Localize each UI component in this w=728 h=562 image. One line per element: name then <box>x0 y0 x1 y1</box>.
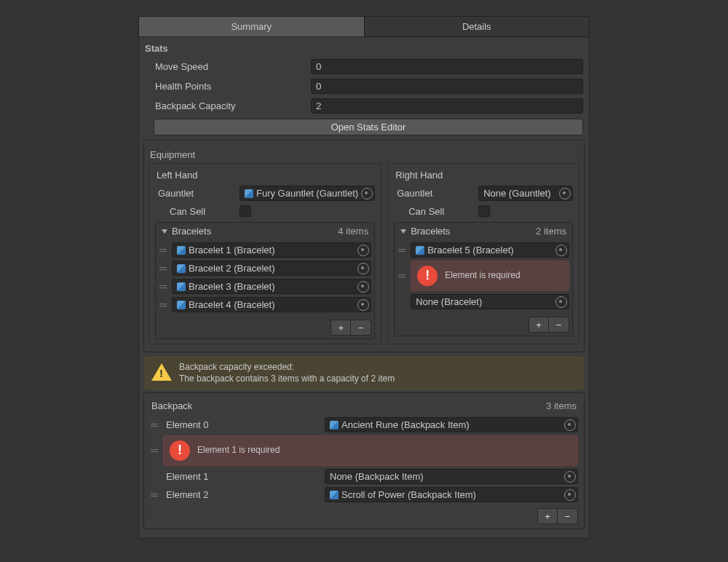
list-item[interactable]: None (Bracelet) <box>397 293 569 311</box>
inspector-panel: Stats Move Speed Health Points Backpack … <box>138 37 590 539</box>
add-button[interactable]: + <box>331 320 351 336</box>
object-picker-icon[interactable] <box>555 245 567 256</box>
left-cansell-label: Can Sell <box>155 206 240 217</box>
move-speed-input[interactable] <box>311 59 583 74</box>
bracelet-value: Bracelet 3 (Bracelet) <box>189 281 275 292</box>
tab-summary[interactable]: Summary <box>139 17 365 36</box>
backpack-count: 3 items <box>546 400 577 411</box>
element2-value: Scroll of Power (Backpack Item) <box>341 489 476 500</box>
bracelet-field[interactable]: None (Bracelet) <box>411 294 569 309</box>
element1-label: Element 1 <box>163 471 320 482</box>
tab-details[interactable]: Details <box>365 17 590 36</box>
warning-message: Backpack capacity exceeded: The backpack… <box>145 357 583 389</box>
right-cansell-checkbox[interactable] <box>478 205 490 217</box>
backpack-panel: Backpack 3 items Element 0 Ancient Rune … <box>143 392 585 529</box>
object-picker-icon[interactable] <box>555 296 567 308</box>
move-speed-label: Move Speed <box>145 61 311 72</box>
right-bracelets-header[interactable]: Bracelets 2 items <box>395 223 572 240</box>
element2-label: Element 2 <box>163 489 320 500</box>
bracelet-value: None (Bracelet) <box>416 296 482 307</box>
left-gauntlet-label: Gauntlet <box>155 188 240 199</box>
warning-icon <box>151 363 172 381</box>
bracelet-value: Bracelet 4 (Bracelet) <box>189 299 275 310</box>
drag-handle-icon[interactable] <box>150 449 159 452</box>
drag-handle-icon[interactable] <box>159 249 167 252</box>
list-item[interactable]: Bracelet 5 (Bracelet) <box>397 241 569 259</box>
backpack-capacity-input[interactable] <box>311 98 583 114</box>
prefab-icon <box>245 189 253 198</box>
object-picker-icon[interactable] <box>564 489 576 501</box>
health-points-input[interactable] <box>311 79 583 94</box>
drag-handle-icon[interactable] <box>150 494 159 496</box>
bracelet-field[interactable]: Bracelet 1 (Bracelet) <box>172 242 371 258</box>
element0-field[interactable]: Ancient Rune (Backpack Item) <box>325 417 578 432</box>
list-item: Element is required <box>397 259 569 293</box>
drag-handle-icon[interactable] <box>150 424 159 427</box>
right-bracelets-count: 2 items <box>536 226 566 237</box>
add-button[interactable]: + <box>529 317 549 333</box>
object-picker-icon[interactable] <box>564 471 576 483</box>
element0-label: Element 0 <box>163 419 320 430</box>
element0-value: Ancient Rune (Backpack Item) <box>341 419 470 430</box>
object-picker-icon[interactable] <box>357 263 369 274</box>
list-item[interactable]: Element 1 None (Backpack Item) <box>144 467 584 486</box>
left-gauntlet-field[interactable]: Fury Gauntlet (Gauntlet) <box>240 186 375 201</box>
remove-button[interactable]: − <box>558 508 578 524</box>
drag-handle-icon[interactable] <box>159 304 167 306</box>
list-item[interactable]: Bracelet 2 (Bracelet) <box>159 259 371 277</box>
foldout-icon <box>162 229 167 234</box>
drag-handle-icon[interactable] <box>159 267 167 270</box>
prefab-icon <box>177 301 186 309</box>
prefab-icon <box>330 421 339 430</box>
remove-button[interactable]: − <box>351 320 371 336</box>
bracelet-field[interactable]: Bracelet 5 (Bracelet) <box>411 242 569 258</box>
backpack-title: Backpack <box>151 400 546 411</box>
left-gauntlet-value: Fury Gauntlet (Gauntlet) <box>256 188 358 199</box>
bracelet-value: Bracelet 1 (Bracelet) <box>189 245 275 256</box>
bracelet-field[interactable]: Bracelet 3 (Bracelet) <box>172 279 371 294</box>
list-item[interactable]: Bracelet 1 (Bracelet) <box>159 241 371 259</box>
error-icon <box>170 440 190 461</box>
open-stats-editor-button[interactable]: Open Stats Editor <box>154 119 583 135</box>
drag-handle-icon[interactable] <box>397 274 406 277</box>
object-picker-icon[interactable] <box>357 281 369 293</box>
list-item[interactable]: Bracelet 3 (Bracelet) <box>159 277 371 296</box>
bracelet-field[interactable]: Bracelet 2 (Bracelet) <box>172 261 371 276</box>
left-bracelets-count: 4 items <box>338 226 368 237</box>
prefab-icon <box>177 264 186 273</box>
object-picker-icon[interactable] <box>357 245 369 256</box>
error-message: Element 1 is required <box>163 435 578 466</box>
add-button[interactable]: + <box>537 508 558 524</box>
bracelet-field[interactable]: Bracelet 4 (Bracelet) <box>172 297 371 312</box>
object-picker-icon[interactable] <box>559 188 571 199</box>
tabs: Summary Details <box>138 16 590 37</box>
right-bracelets-list: Bracelets 2 items Bracelet 5 (Bracelet) <box>394 222 573 336</box>
drag-handle-icon[interactable] <box>397 249 406 252</box>
right-gauntlet-field[interactable]: None (Gauntlet) <box>478 186 573 201</box>
foldout-icon <box>400 229 406 234</box>
equipment-title: Equipment <box>144 143 584 163</box>
drag-handle-icon[interactable] <box>159 285 167 288</box>
left-bracelets-title: Bracelets <box>172 226 338 237</box>
prefab-icon <box>177 246 186 255</box>
remove-button[interactable]: − <box>549 317 569 333</box>
list-item[interactable]: Element 0 Ancient Rune (Backpack Item) <box>144 416 584 434</box>
object-picker-icon[interactable] <box>361 188 373 199</box>
error-text: Element is required <box>445 270 520 282</box>
element2-field[interactable]: Scroll of Power (Backpack Item) <box>325 487 578 502</box>
object-picker-icon[interactable] <box>357 299 369 311</box>
right-hand-title: Right Hand <box>391 167 576 183</box>
left-hand-panel: Left Hand Gauntlet Fury Gauntlet (Gauntl… <box>149 163 381 344</box>
error-icon <box>417 266 438 286</box>
bracelet-value: Bracelet 2 (Bracelet) <box>189 263 275 274</box>
object-picker-icon[interactable] <box>564 419 576 431</box>
bracelet-value: Bracelet 5 (Bracelet) <box>427 245 514 256</box>
element1-field[interactable]: None (Backpack Item) <box>325 469 578 484</box>
right-cansell-label: Can Sell <box>394 206 478 217</box>
error-message: Element is required <box>411 261 569 291</box>
left-cansell-checkbox[interactable] <box>240 205 251 217</box>
list-item[interactable]: Element 2 Scroll of Power (Backpack Item… <box>144 486 584 504</box>
warning-line1: Backpack capacity exceeded: <box>179 362 395 373</box>
list-item[interactable]: Bracelet 4 (Bracelet) <box>159 296 371 314</box>
left-bracelets-header[interactable]: Bracelets 4 items <box>156 223 374 240</box>
